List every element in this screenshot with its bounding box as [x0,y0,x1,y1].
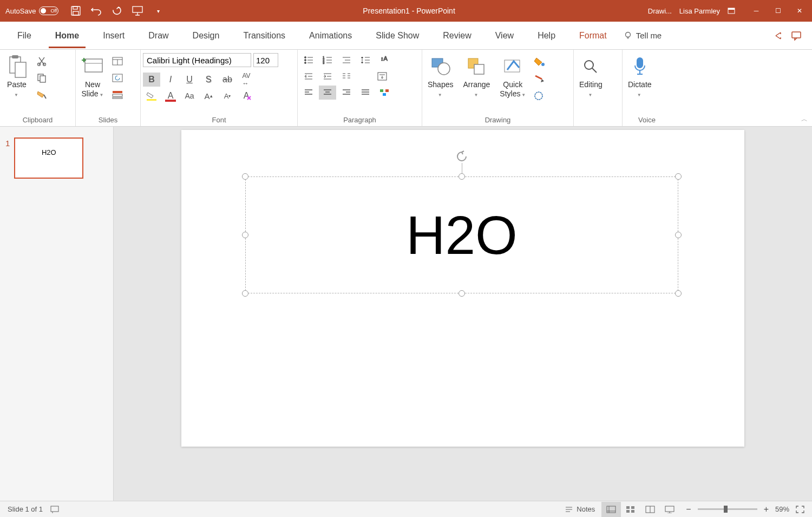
title-textbox[interactable]: H2O [245,176,678,293]
clear-formatting-button[interactable]: A [238,89,255,103]
bullets-button[interactable] [300,53,317,67]
zoom-thumb[interactable] [724,506,728,513]
tab-format[interactable]: Format [573,23,613,48]
tell-me-search[interactable]: Tell me [624,31,662,40]
resize-handle[interactable] [459,290,465,297]
resize-handle[interactable] [675,232,682,238]
font-name-input[interactable] [143,53,251,67]
slide-thumbnails-panel[interactable]: 1 H2O [0,127,114,501]
shape-outline-icon[interactable] [532,72,546,86]
cut-icon[interactable] [35,54,49,68]
comments-icon[interactable] [791,31,801,41]
close-button[interactable]: ✕ [793,7,807,15]
save-icon[interactable] [70,5,81,16]
tab-slideshow[interactable]: Slide Show [369,23,425,48]
slide-title-text[interactable]: H2O [406,204,518,266]
shadow-button[interactable]: S [200,73,217,87]
shrink-font-button[interactable]: A▾ [219,89,236,103]
strikethrough-button[interactable]: ab [219,73,236,87]
align-text-button[interactable] [374,69,391,83]
fit-window-button[interactable] [796,506,804,513]
zoom-out-button[interactable]: − [686,505,691,514]
sorter-view-button[interactable] [621,502,640,517]
resize-handle[interactable] [459,173,465,180]
paste-button[interactable]: Paste▼ [2,53,31,100]
format-painter-icon[interactable] [35,88,49,102]
rotate-handle-icon[interactable] [455,150,468,163]
text-direction-button[interactable]: ↕A [376,53,393,67]
slideshow-view-button[interactable] [660,502,679,517]
slide[interactable]: H2O [181,130,744,447]
columns-button[interactable] [338,69,355,83]
font-size-input[interactable] [253,53,278,67]
numbering-button[interactable]: 123 [319,53,336,67]
thumbnail-item[interactable]: 1 H2O [5,138,108,179]
copy-icon[interactable] [35,71,49,85]
tab-draw[interactable]: Draw [142,23,175,48]
grow-font-button[interactable]: A▴ [200,89,217,103]
align-right-button[interactable] [338,86,355,100]
smartart-button[interactable] [376,86,393,100]
spellcheck-icon[interactable] [50,506,59,513]
resize-handle[interactable] [242,173,248,180]
present-icon[interactable] [132,5,143,16]
tab-review[interactable]: Review [436,23,477,48]
resize-handle[interactable] [242,290,248,297]
tab-animations[interactable]: Animations [303,23,358,48]
arrange-button[interactable]: Arrange▼ [460,53,493,100]
tab-file[interactable]: File [11,23,38,48]
minimize-button[interactable]: ─ [749,7,763,15]
slide-canvas-area[interactable]: H2O [114,127,812,501]
tab-transitions[interactable]: Transitions [237,23,292,48]
redo-icon[interactable] [112,5,122,16]
tab-view[interactable]: View [489,23,520,48]
layout-icon[interactable] [110,54,125,68]
tab-design[interactable]: Design [186,23,226,48]
bold-button[interactable]: B [143,73,160,87]
editing-button[interactable]: Editing▼ [576,53,606,100]
maximize-button[interactable]: ☐ [771,7,785,15]
tab-home[interactable]: Home [49,23,86,48]
list-level-button[interactable] [338,53,355,67]
section-icon[interactable] [110,88,125,102]
customize-qat-icon[interactable]: ▾ [153,5,163,16]
share-icon[interactable] [774,31,784,41]
align-center-button[interactable] [319,86,336,100]
quick-styles-button[interactable]: Quick Styles ▼ [496,53,529,100]
change-case-button[interactable]: Aa [181,89,198,103]
resize-handle[interactable] [675,290,682,297]
zoom-in-button[interactable]: + [764,505,769,514]
resize-handle[interactable] [242,232,248,238]
highlight-button[interactable] [143,89,160,103]
justify-button[interactable] [357,86,374,100]
dictate-button[interactable]: Dictate▼ [625,53,655,100]
decrease-indent-button[interactable] [300,69,317,83]
normal-view-button[interactable] [601,502,621,517]
ribbon-options-icon[interactable] [728,8,742,14]
underline-button[interactable]: U [181,73,198,87]
font-color-button[interactable]: A [162,89,179,103]
autosave-toggle[interactable]: AutoSave Off [0,6,64,15]
zoom-level[interactable]: 59% [775,505,789,513]
reset-icon[interactable] [110,71,125,85]
line-spacing-button[interactable] [357,53,374,67]
tab-insert[interactable]: Insert [96,23,131,48]
notes-button[interactable]: Notes [565,505,595,513]
collapse-ribbon-icon[interactable]: ︿ [801,115,808,124]
undo-icon[interactable] [91,5,102,16]
italic-button[interactable]: I [162,73,179,87]
shape-effects-icon[interactable] [532,89,546,103]
toggle-switch[interactable]: Off [39,6,58,15]
user-account[interactable]: Lisa Parmley [679,7,720,15]
thumbnail-preview[interactable]: H2O [14,138,83,179]
align-left-button[interactable] [300,86,317,100]
reading-view-button[interactable] [640,502,660,517]
resize-handle[interactable] [675,173,682,180]
increase-indent-button[interactable] [319,69,336,83]
shapes-button[interactable]: Shapes▼ [424,53,456,100]
zoom-slider[interactable] [698,508,757,510]
new-slide-button[interactable]: New Slide ▼ [78,53,107,100]
shape-fill-icon[interactable] [532,55,546,69]
tab-help[interactable]: Help [531,23,562,48]
char-spacing-button[interactable]: AV↔ [238,73,255,87]
